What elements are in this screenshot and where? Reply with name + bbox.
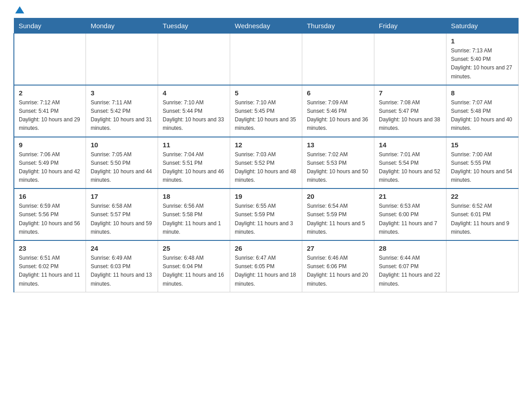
calendar-table: SundayMondayTuesdayWednesdayThursdayFrid… — [13, 18, 519, 292]
day-info: Sunrise: 7:09 AMSunset: 5:46 PMDaylight:… — [307, 98, 369, 133]
day-number: 14 — [379, 141, 442, 149]
day-info: Sunrise: 6:56 AMSunset: 5:58 PMDaylight:… — [163, 202, 225, 236]
day-number: 8 — [451, 89, 514, 97]
day-info: Sunrise: 7:01 AMSunset: 5:54 PMDaylight:… — [379, 150, 442, 185]
calendar-day-cell: 17Sunrise: 6:58 AMSunset: 5:57 PMDayligh… — [86, 188, 158, 240]
calendar-day-cell: 27Sunrise: 6:46 AMSunset: 6:06 PMDayligh… — [302, 240, 374, 292]
day-of-week-header: Monday — [86, 18, 158, 34]
day-info: Sunrise: 7:07 AMSunset: 5:48 PMDaylight:… — [451, 98, 514, 133]
calendar-day-cell: 19Sunrise: 6:55 AMSunset: 5:59 PMDayligh… — [230, 188, 302, 240]
day-info: Sunrise: 6:55 AMSunset: 5:59 PMDaylight:… — [235, 202, 297, 236]
day-number: 10 — [90, 141, 153, 149]
day-info: Sunrise: 7:13 AMSunset: 5:40 PMDaylight:… — [451, 47, 514, 81]
day-info: Sunrise: 6:52 AMSunset: 6:01 PMDaylight:… — [451, 202, 514, 236]
day-number: 27 — [307, 244, 369, 252]
day-number: 23 — [19, 244, 81, 252]
calendar-day-cell: 9Sunrise: 7:06 AMSunset: 5:49 PMDaylight… — [14, 137, 86, 189]
calendar-day-cell: 24Sunrise: 6:49 AMSunset: 6:03 PMDayligh… — [86, 240, 158, 292]
calendar-day-cell: 18Sunrise: 6:56 AMSunset: 5:58 PMDayligh… — [158, 188, 230, 240]
logo-icon — [14, 4, 25, 15]
day-number: 18 — [163, 193, 225, 200]
day-number: 16 — [19, 193, 81, 200]
day-of-week-header: Friday — [374, 18, 446, 34]
calendar-week-row: 9Sunrise: 7:06 AMSunset: 5:49 PMDaylight… — [14, 137, 519, 189]
day-info: Sunrise: 6:49 AMSunset: 6:03 PMDaylight:… — [90, 254, 153, 288]
calendar-day-cell: 7Sunrise: 7:08 AMSunset: 5:47 PMDaylight… — [374, 85, 446, 137]
calendar-day-cell: 16Sunrise: 6:59 AMSunset: 5:56 PMDayligh… — [14, 188, 86, 240]
calendar-day-cell — [302, 34, 374, 85]
calendar-day-cell: 21Sunrise: 6:53 AMSunset: 6:00 PMDayligh… — [374, 188, 446, 240]
calendar-day-cell: 20Sunrise: 6:54 AMSunset: 5:59 PMDayligh… — [302, 188, 374, 240]
calendar-header-row: SundayMondayTuesdayWednesdayThursdayFrid… — [14, 18, 519, 34]
calendar-day-cell: 15Sunrise: 7:00 AMSunset: 5:55 PMDayligh… — [446, 137, 519, 189]
calendar-day-cell: 4Sunrise: 7:10 AMSunset: 5:44 PMDaylight… — [158, 85, 230, 137]
calendar-day-cell: 23Sunrise: 6:51 AMSunset: 6:02 PMDayligh… — [14, 240, 86, 292]
day-number: 2 — [19, 89, 81, 97]
day-info: Sunrise: 7:02 AMSunset: 5:53 PMDaylight:… — [307, 150, 369, 185]
day-info: Sunrise: 7:03 AMSunset: 5:52 PMDaylight:… — [235, 150, 297, 185]
day-number: 20 — [307, 193, 369, 200]
day-number: 7 — [379, 89, 442, 97]
calendar-day-cell: 5Sunrise: 7:10 AMSunset: 5:45 PMDaylight… — [230, 85, 302, 137]
day-info: Sunrise: 6:59 AMSunset: 5:56 PMDaylight:… — [19, 202, 81, 236]
calendar-day-cell — [446, 240, 519, 292]
day-number: 6 — [307, 89, 369, 97]
calendar-day-cell — [86, 34, 158, 85]
day-info: Sunrise: 6:54 AMSunset: 5:59 PMDaylight:… — [307, 202, 369, 236]
day-info: Sunrise: 7:04 AMSunset: 5:51 PMDaylight:… — [163, 150, 225, 185]
day-info: Sunrise: 7:00 AMSunset: 5:55 PMDaylight:… — [451, 150, 514, 185]
calendar-day-cell: 28Sunrise: 6:44 AMSunset: 6:07 PMDayligh… — [374, 240, 446, 292]
calendar-day-cell: 8Sunrise: 7:07 AMSunset: 5:48 PMDaylight… — [446, 85, 519, 137]
calendar-day-cell: 14Sunrise: 7:01 AMSunset: 5:54 PMDayligh… — [374, 137, 446, 189]
day-info: Sunrise: 6:51 AMSunset: 6:02 PMDaylight:… — [19, 254, 81, 288]
calendar-day-cell — [158, 34, 230, 85]
day-info: Sunrise: 7:05 AMSunset: 5:50 PMDaylight:… — [90, 150, 153, 185]
day-of-week-header: Saturday — [446, 18, 519, 34]
calendar-day-cell — [374, 34, 446, 85]
calendar-day-cell: 26Sunrise: 6:47 AMSunset: 6:05 PMDayligh… — [230, 240, 302, 292]
day-info: Sunrise: 6:58 AMSunset: 5:57 PMDaylight:… — [90, 202, 153, 236]
day-of-week-header: Tuesday — [158, 18, 230, 34]
calendar-day-cell: 13Sunrise: 7:02 AMSunset: 5:53 PMDayligh… — [302, 137, 374, 189]
calendar-day-cell — [14, 34, 86, 85]
calendar-day-cell: 10Sunrise: 7:05 AMSunset: 5:50 PMDayligh… — [86, 137, 158, 189]
calendar-day-cell: 6Sunrise: 7:09 AMSunset: 5:46 PMDaylight… — [302, 85, 374, 137]
day-number: 19 — [235, 193, 297, 200]
day-number: 22 — [451, 193, 514, 200]
calendar-day-cell: 1Sunrise: 7:13 AMSunset: 5:40 PMDaylight… — [446, 34, 519, 85]
day-number: 9 — [19, 141, 81, 149]
page-header — [13, 9, 519, 13]
day-info: Sunrise: 7:10 AMSunset: 5:45 PMDaylight:… — [235, 98, 297, 133]
day-number: 26 — [235, 244, 297, 252]
calendar-day-cell: 11Sunrise: 7:04 AMSunset: 5:51 PMDayligh… — [158, 137, 230, 189]
day-of-week-header: Wednesday — [230, 18, 302, 34]
day-info: Sunrise: 7:06 AMSunset: 5:49 PMDaylight:… — [19, 150, 81, 185]
day-number: 25 — [163, 244, 225, 252]
day-number: 21 — [379, 193, 442, 200]
day-number: 3 — [90, 89, 153, 97]
day-info: Sunrise: 6:53 AMSunset: 6:00 PMDaylight:… — [379, 202, 442, 236]
day-info: Sunrise: 7:08 AMSunset: 5:47 PMDaylight:… — [379, 98, 442, 133]
day-info: Sunrise: 6:44 AMSunset: 6:07 PMDaylight:… — [379, 254, 442, 288]
calendar-week-row: 16Sunrise: 6:59 AMSunset: 5:56 PMDayligh… — [14, 188, 519, 240]
calendar-day-cell: 12Sunrise: 7:03 AMSunset: 5:52 PMDayligh… — [230, 137, 302, 189]
day-number: 28 — [379, 244, 442, 252]
day-info: Sunrise: 6:46 AMSunset: 6:06 PMDaylight:… — [307, 254, 369, 288]
day-info: Sunrise: 7:10 AMSunset: 5:44 PMDaylight:… — [163, 98, 225, 133]
day-number: 12 — [235, 141, 297, 149]
calendar-day-cell — [230, 34, 302, 85]
svg-marker-0 — [15, 6, 24, 13]
day-info: Sunrise: 6:47 AMSunset: 6:05 PMDaylight:… — [235, 254, 297, 288]
calendar-day-cell: 22Sunrise: 6:52 AMSunset: 6:01 PMDayligh… — [446, 188, 519, 240]
day-number: 11 — [163, 141, 225, 149]
calendar-day-cell: 25Sunrise: 6:48 AMSunset: 6:04 PMDayligh… — [158, 240, 230, 292]
logo — [13, 9, 25, 13]
calendar-week-row: 2Sunrise: 7:12 AMSunset: 5:41 PMDaylight… — [14, 85, 519, 137]
day-of-week-header: Thursday — [302, 18, 374, 34]
day-number: 13 — [307, 141, 369, 149]
calendar-week-row: 23Sunrise: 6:51 AMSunset: 6:02 PMDayligh… — [14, 240, 519, 292]
day-number: 15 — [451, 141, 514, 149]
calendar-week-row: 1Sunrise: 7:13 AMSunset: 5:40 PMDaylight… — [14, 34, 519, 85]
calendar-day-cell: 2Sunrise: 7:12 AMSunset: 5:41 PMDaylight… — [14, 85, 86, 137]
day-number: 17 — [90, 193, 153, 200]
